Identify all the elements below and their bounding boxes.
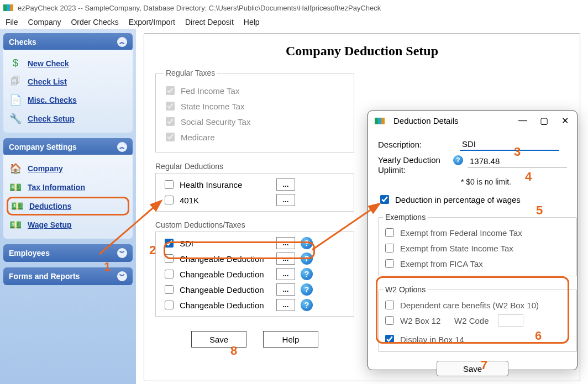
panel-title-settings: Company Settings — [9, 143, 77, 151]
sidebar-item-label: Check List — [28, 77, 67, 86]
checkbox-exempt-state[interactable] — [385, 244, 394, 253]
deduction-row-c4: Changeable Deduction ... ? — [162, 297, 347, 313]
checkbox-dependent-care[interactable] — [385, 301, 394, 309]
checkbox-w2-box12[interactable] — [385, 316, 394, 325]
sidebar-item-check-list[interactable]: 🗐 Check List — [7, 72, 129, 91]
checkbox-changeable-1[interactable] — [165, 254, 174, 263]
help-icon[interactable]: ? — [301, 299, 313, 311]
w2-label: Dependent care benefits (W2 Box 10) — [400, 301, 539, 310]
dialog-save-button[interactable]: Save — [437, 361, 508, 376]
checkbox-exempt-fica[interactable] — [385, 259, 394, 268]
deduction-label: Health Insurance — [180, 180, 242, 190]
menu-help[interactable]: Help — [244, 18, 260, 27]
checkbox-changeable-2[interactable] — [165, 270, 174, 278]
panel-title-forms: Forms and Reports — [9, 272, 80, 281]
panel-employees: Employees ︾ — [3, 244, 133, 262]
deduction-row-health: Health Insurance ... — [162, 177, 347, 192]
chevron-down-icon: ︾ — [117, 248, 127, 258]
sidebar-item-new-check[interactable]: $ New Check — [7, 54, 129, 72]
help-button[interactable]: Help — [263, 331, 318, 348]
panel-header-settings[interactable]: Company Settings ︽ — [3, 138, 133, 156]
description-input[interactable] — [460, 138, 559, 151]
help-icon[interactable]: ? — [301, 253, 313, 265]
w2-code-input[interactable] — [498, 314, 523, 327]
panel-forms: Forms and Reports ︾ — [3, 267, 133, 285]
exemption-label: Exempt from Federal Income Tax — [400, 228, 522, 238]
w2-legend: W2 Options — [383, 285, 428, 294]
ellipsis-button[interactable]: ... — [276, 299, 295, 311]
annotation-4: 4 — [525, 170, 532, 184]
sidebar-item-check-setup[interactable]: 🔧 Check Setup — [7, 109, 129, 128]
checkbox-sdi[interactable] — [165, 239, 174, 248]
save-button[interactable]: Save — [191, 331, 246, 348]
panel-header-employees[interactable]: Employees ︾ — [3, 244, 133, 262]
minimize-button[interactable]: — — [517, 115, 528, 126]
annotation-5: 5 — [536, 203, 543, 218]
menu-direct-deposit[interactable]: Direct Deposit — [185, 18, 234, 27]
sidebar-item-company[interactable]: 🏠 Company — [7, 159, 129, 178]
w2-code-label: W2 Code — [454, 316, 489, 325]
tax-label: State Income Tax — [181, 102, 245, 111]
deduction-icon: 💵 — [11, 200, 24, 212]
checkbox-fed-income-tax — [166, 86, 175, 95]
sidebar-item-deductions[interactable]: 💵 Deductions — [7, 197, 129, 215]
page-title: Company Deduction Setup — [155, 44, 569, 59]
annotation-6: 6 — [535, 329, 542, 343]
checkbox-state-income-tax — [166, 102, 175, 111]
deduction-label: 401K — [180, 196, 199, 205]
checkbox-exempt-federal[interactable] — [385, 228, 394, 237]
deduction-label: Changeable Deduction — [180, 301, 264, 310]
help-icon[interactable]: ? — [301, 237, 313, 249]
ellipsis-button[interactable]: ... — [276, 283, 295, 296]
maximize-button[interactable]: ▢ — [538, 115, 549, 126]
ellipsis-button[interactable]: ... — [276, 194, 295, 206]
deduction-row-c1: Changeable Deduction ... ? — [162, 251, 347, 266]
chevron-down-icon: ︾ — [117, 271, 127, 281]
ellipsis-button[interactable]: ... — [276, 253, 295, 265]
sidebar-item-misc-checks[interactable]: 📄 Misc. Checks — [7, 91, 129, 109]
help-icon[interactable]: ? — [301, 283, 313, 296]
panel-header-forms[interactable]: Forms and Reports ︾ — [3, 267, 133, 285]
sidebar-item-label: Check Setup — [28, 114, 75, 123]
ellipsis-button-sdi[interactable]: ... — [276, 237, 295, 249]
sidebar-item-label: New Check — [28, 59, 69, 68]
checkbox-changeable-4[interactable] — [165, 301, 174, 309]
chevron-up-icon: ︽ — [117, 142, 127, 152]
checkbox-box14[interactable] — [385, 335, 394, 344]
window-title: ezPayCheck 2023 -- SampleCompany, Databa… — [18, 4, 381, 12]
checkbox-medicare — [166, 133, 175, 141]
copy-icon: 🗐 — [9, 76, 22, 87]
menu-file[interactable]: File — [6, 18, 18, 27]
sidebar-item-wage-setup[interactable]: 💵 Wage Setup — [7, 215, 129, 234]
description-label: Description: — [378, 140, 455, 149]
deduction-details-dialog: Deduction Details — ▢ ✕ Description: Yea… — [368, 111, 578, 370]
regular-taxes-legend: Regular Taxes — [164, 69, 217, 77]
panel-header-checks[interactable]: Checks ︽ — [3, 33, 133, 51]
ellipsis-button[interactable]: ... — [276, 178, 295, 191]
help-icon[interactable]: ? — [453, 155, 463, 165]
checkbox-changeable-3[interactable] — [165, 285, 174, 294]
money-icon: 💵 — [9, 181, 22, 193]
menu-export-import[interactable]: Export/Import — [129, 18, 175, 27]
deduction-row-sdi: SDI ... ? — [162, 235, 347, 251]
note-icon: 📄 — [9, 94, 22, 106]
deduction-label: Changeable Deduction — [180, 254, 264, 264]
deduction-label: Changeable Deduction — [180, 285, 264, 294]
ellipsis-button[interactable]: ... — [276, 268, 295, 280]
checkbox-health-insurance[interactable] — [165, 180, 174, 189]
sidebar: Checks ︽ $ New Check 🗐 Check List 📄 Misc… — [0, 29, 136, 384]
wrench-icon: 🔧 — [9, 113, 22, 125]
uplimit-note: * $0 is no limit. — [461, 177, 567, 186]
help-icon[interactable]: ? — [301, 268, 313, 280]
app-icon — [375, 118, 385, 124]
menu-company[interactable]: Company — [28, 18, 61, 27]
w2-label: W2 Box 12 — [400, 316, 450, 325]
annotation-8: 8 — [230, 344, 237, 358]
panel-checks: Checks ︽ $ New Check 🗐 Check List 📄 Misc… — [3, 33, 133, 133]
sidebar-item-tax-information[interactable]: 💵 Tax Information — [7, 178, 129, 197]
wage-icon: 💵 — [9, 219, 22, 231]
checkbox-401k[interactable] — [165, 196, 174, 204]
menu-order-checks[interactable]: Order Checks — [71, 18, 118, 27]
close-button[interactable]: ✕ — [559, 115, 570, 126]
checkbox-percentage[interactable] — [380, 195, 389, 204]
